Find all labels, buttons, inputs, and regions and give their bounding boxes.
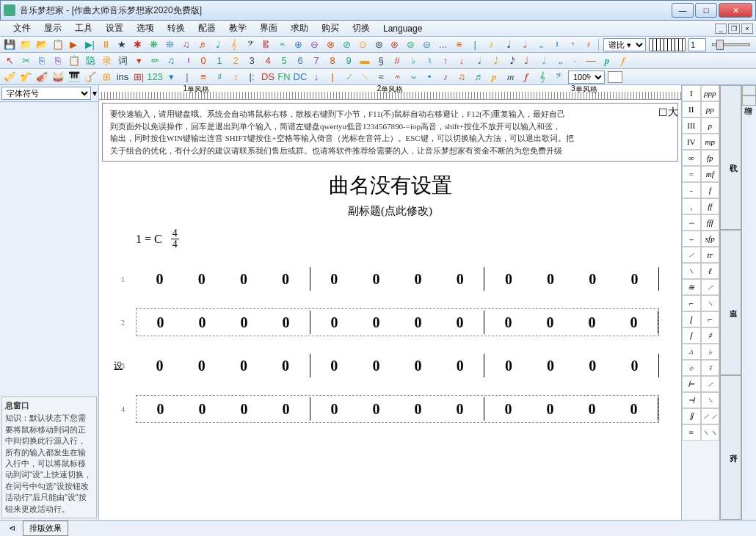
note[interactable]: 0: [547, 314, 554, 331]
palette-cell[interactable]: ⌐: [682, 295, 701, 311]
tbtn-tb3-10[interactable]: ▾: [164, 70, 178, 84]
menu-12[interactable]: Language: [380, 22, 425, 35]
tbtn-tb2-25[interactable]: ♭: [407, 54, 420, 68]
tbtn-tb1-14[interactable]: 𝄞: [228, 38, 241, 51]
note[interactable]: 0: [415, 358, 422, 374]
note[interactable]: 0: [505, 358, 512, 374]
note[interactable]: 0: [330, 358, 338, 374]
tbtn-tb3-32[interactable]: 𝆑: [520, 70, 533, 84]
palette-cell[interactable]: ℓ: [701, 263, 720, 279]
palette-cell[interactable]: ≋: [682, 279, 701, 295]
tbtn-tb3-2[interactable]: 🎻: [35, 70, 48, 84]
tbtn-tb3-34[interactable]: 𝄢: [552, 70, 565, 84]
note[interactable]: 0: [415, 314, 422, 331]
tbtn-tb3-6[interactable]: ⊞: [100, 70, 113, 84]
note[interactable]: 0: [457, 401, 464, 418]
tbtn-tb2-38[interactable]: 𝆑: [617, 54, 630, 68]
top-slider-thumb[interactable]: [716, 40, 724, 50]
note[interactable]: 0: [547, 271, 554, 288]
zoom-combo[interactable]: 100%: [568, 70, 605, 84]
note[interactable]: 0: [589, 358, 596, 374]
menu-3[interactable]: 设置: [103, 21, 126, 36]
tbtn-tb1-11[interactable]: ♫: [180, 38, 193, 51]
menu-2[interactable]: 工具: [72, 21, 95, 36]
palette-cell[interactable]: ⌐: [701, 311, 720, 327]
tbtn-tb1-34[interactable]: 𝄽: [549, 38, 562, 51]
tbtn-tb3-7[interactable]: ins: [116, 70, 129, 84]
tbtn-tb1-23[interactable]: ⊚: [372, 38, 385, 51]
note[interactable]: 0: [589, 271, 596, 288]
page-preview-icon[interactable]: [608, 71, 622, 83]
note[interactable]: 0: [199, 401, 206, 418]
tbtn-tb3-31[interactable]: 𝆐: [504, 70, 517, 84]
tbtn-tb1-26[interactable]: ⊝: [421, 38, 434, 51]
palette-cell[interactable]: f: [701, 182, 720, 198]
note[interactable]: 0: [157, 401, 164, 418]
note[interactable]: 0: [415, 401, 422, 418]
tbtn-tb1-30[interactable]: ♪: [484, 38, 498, 51]
note[interactable]: 0: [157, 314, 164, 331]
tbtn-tb2-31[interactable]: 𝅘𝅥𝅯: [504, 54, 517, 68]
tbtn-tb1-33[interactable]: 𝅝: [533, 38, 546, 51]
tbtn-tb1-29[interactable]: |: [468, 38, 481, 51]
tbtn-tb2-27[interactable]: ↑: [439, 54, 452, 68]
menu-9[interactable]: 求助: [288, 21, 311, 36]
palette-cell[interactable]: ppp: [701, 85, 720, 101]
menu-4[interactable]: 选项: [134, 21, 157, 36]
measure[interactable]: 0000: [137, 311, 310, 334]
note[interactable]: 0: [547, 358, 554, 374]
palette-cell[interactable]: ⟋: [701, 279, 720, 295]
palette-cell[interactable]: ⌣: [682, 231, 701, 247]
note[interactable]: 0: [330, 271, 338, 288]
measure[interactable]: 0000: [310, 311, 484, 334]
palette-cell[interactable]: IV: [682, 134, 701, 150]
tbtn-tb3-18[interactable]: DC: [294, 70, 307, 84]
tbtn-tb3-30[interactable]: 𝆏: [487, 70, 501, 84]
tbtn-tb2-1[interactable]: ✂: [19, 54, 32, 68]
note[interactable]: 0: [373, 314, 380, 331]
tbtn-tb1-5[interactable]: ▶|: [83, 38, 96, 51]
note[interactable]: 0: [331, 314, 338, 331]
palette-cell[interactable]: ⟍: [701, 295, 720, 311]
tbtn-tb3-19[interactable]: ↓: [310, 70, 323, 84]
tbtn-tb3-8[interactable]: ⊞|: [132, 70, 145, 84]
tbtn-tb1-10[interactable]: ❊: [164, 38, 177, 51]
measure[interactable]: 0000: [136, 267, 310, 291]
tbtn-tb2-7[interactable]: 词: [116, 54, 129, 68]
tbtn-tb2-36[interactable]: —: [584, 54, 597, 68]
tbtn-tb1-0[interactable]: 💾: [3, 38, 16, 51]
minimize-button[interactable]: —: [672, 3, 694, 18]
tbtn-tb2-26[interactable]: ♮: [423, 54, 436, 68]
score-page[interactable]: 曲名没有设置 副标题(点此修改) 1 = C 44 10000000000002…: [99, 164, 681, 430]
tbtn-tb1-18[interactable]: ⊕: [292, 38, 305, 51]
measure[interactable]: 0000: [137, 397, 310, 421]
tbtn-tb1-6[interactable]: ⏸: [99, 38, 112, 51]
note[interactable]: 0: [372, 358, 379, 374]
palette-cell[interactable]: ≡: [682, 424, 701, 441]
menu-10[interactable]: 购买: [319, 21, 342, 36]
score-ratio-combo[interactable]: 谱比 ▾: [603, 38, 646, 51]
note[interactable]: 0: [457, 271, 464, 288]
measure[interactable]: 0000: [310, 354, 484, 377]
tbtn-tb2-11[interactable]: 𝄽: [181, 54, 194, 68]
tbtn-tb2-30[interactable]: 𝅘𝅥𝅮: [487, 54, 501, 68]
note[interactable]: 0: [240, 271, 247, 288]
tbtn-tb2-19[interactable]: 7: [310, 54, 323, 68]
palette-cell[interactable]: fp: [701, 150, 720, 166]
tbtn-tb3-26[interactable]: •: [423, 70, 436, 84]
measure[interactable]: 0000: [484, 397, 658, 421]
measure[interactable]: 0000: [310, 267, 484, 291]
tbtn-tb3-17[interactable]: FN: [277, 70, 291, 84]
tbtn-tb3-16[interactable]: DS: [261, 70, 275, 84]
staff-1[interactable]: 1000000000000: [121, 267, 659, 291]
tbtn-tb2-35[interactable]: ·: [568, 54, 581, 68]
tbtn-tb2-29[interactable]: 𝅘𝅥: [471, 54, 484, 68]
staff-3[interactable]: 3设000000000000: [121, 354, 659, 377]
measure[interactable]: 0000: [310, 397, 484, 421]
palette-cell[interactable]: tr: [701, 247, 720, 263]
palette-cell[interactable]: ♮: [701, 360, 720, 376]
palette-cell[interactable]: ⟋: [701, 376, 720, 392]
right-vtab-1[interactable]: 增行: [742, 95, 756, 106]
palette-cell[interactable]: ∥: [682, 408, 701, 424]
staff-2[interactable]: 2000000000000: [121, 308, 659, 336]
